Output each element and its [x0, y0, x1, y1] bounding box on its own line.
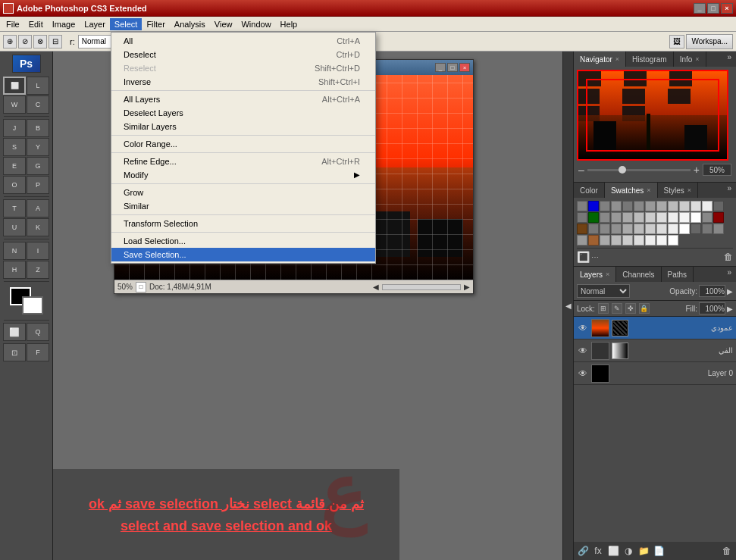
swatch[interactable]: [668, 201, 678, 211]
shape-tool[interactable]: U: [3, 218, 26, 236]
swatch[interactable]: [645, 235, 656, 246]
dodge-tool[interactable]: O: [3, 176, 26, 194]
layer-styles-button[interactable]: fx: [592, 545, 604, 557]
swatch[interactable]: [622, 201, 633, 211]
swatch[interactable]: [611, 235, 622, 246]
panel-options-button[interactable]: »: [722, 52, 736, 67]
eraser-tool[interactable]: E: [3, 157, 26, 175]
channels-tab[interactable]: Channels: [616, 267, 661, 282]
swatch-delete-button[interactable]: 🗑: [724, 252, 733, 262]
swatch[interactable]: [588, 212, 599, 223]
layers-tab[interactable]: Layers ×: [574, 267, 616, 282]
type-tool[interactable]: T: [3, 199, 26, 217]
opacity-arrow[interactable]: ▶: [727, 287, 733, 296]
swatch[interactable]: [702, 224, 713, 234]
swatch[interactable]: [656, 201, 667, 211]
history-brush-tool[interactable]: Y: [27, 138, 49, 156]
standard-mode[interactable]: Q: [27, 323, 49, 341]
hand-tool[interactable]: H: [3, 261, 26, 279]
menu-select[interactable]: Select: [110, 18, 143, 30]
delete-layer-button[interactable]: 🗑: [721, 545, 733, 557]
layer-group-button[interactable]: 📁: [637, 545, 650, 557]
info-tab[interactable]: Info ×: [674, 52, 706, 67]
quick-selection-tool[interactable]: W: [3, 95, 26, 114]
zoom-tool[interactable]: Z: [27, 261, 49, 279]
opacity-input[interactable]: [699, 285, 725, 297]
menu-image[interactable]: Image: [48, 18, 80, 30]
styles-tab[interactable]: Styles ×: [658, 183, 699, 198]
swatch[interactable]: [656, 212, 667, 223]
blend-mode-select[interactable]: Normal Multiply Screen: [577, 284, 630, 298]
close-button[interactable]: ×: [721, 3, 733, 14]
scroll-bar[interactable]: [382, 284, 461, 290]
menu-item-similar[interactable]: Similar: [111, 199, 375, 213]
swatch[interactable]: [679, 224, 690, 234]
swatch-new-button[interactable]: 🔳: [577, 251, 590, 263]
crop-tool[interactable]: C: [27, 95, 49, 114]
histogram-tab[interactable]: Histogram: [626, 52, 674, 67]
menu-item-deselect-layers[interactable]: Deselect Layers: [111, 106, 375, 120]
menu-item-all-layers[interactable]: All LayersAlt+Ctrl+A: [111, 92, 375, 106]
swatch[interactable]: [645, 212, 656, 223]
quick-mask-mode[interactable]: ⬜: [3, 323, 26, 341]
gradient-tool[interactable]: G: [27, 157, 49, 175]
3d-tool[interactable]: K: [27, 218, 49, 236]
swatch[interactable]: [713, 201, 724, 211]
swatch[interactable]: [588, 201, 599, 211]
swatch[interactable]: [588, 224, 599, 234]
swatch[interactable]: [702, 201, 713, 211]
layer-mask-button[interactable]: ⬜: [607, 545, 619, 557]
adjustment-layer-button[interactable]: ◑: [622, 545, 634, 557]
layer-item[interactable]: 👁 عمودي: [574, 317, 736, 339]
menu-item-similar-layers[interactable]: Similar Layers: [111, 120, 375, 133]
swatch[interactable]: [702, 212, 713, 223]
full-screen-mode[interactable]: F: [27, 343, 49, 361]
menu-item-deselect[interactable]: DeselectCtrl+D: [111, 48, 375, 61]
lock-paint-button[interactable]: ✎: [612, 303, 622, 314]
swatch[interactable]: [577, 201, 587, 211]
swatch[interactable]: [600, 235, 610, 246]
swatch[interactable]: [611, 212, 622, 223]
fill-input[interactable]: [699, 302, 725, 314]
swatch[interactable]: [622, 235, 633, 246]
link-layers-button[interactable]: 🔗: [577, 545, 589, 557]
swatch[interactable]: [634, 212, 644, 223]
swatch[interactable]: [645, 224, 656, 234]
color-tab[interactable]: Color: [574, 183, 605, 198]
swatch[interactable]: [577, 235, 587, 246]
menu-item-grow[interactable]: Grow: [111, 186, 375, 199]
swatch[interactable]: [668, 235, 678, 246]
path-selection-tool[interactable]: A: [27, 199, 49, 217]
menu-edit[interactable]: Edit: [24, 18, 48, 30]
swatch[interactable]: [713, 212, 724, 223]
swatch[interactable]: [600, 224, 610, 234]
layer-visibility-toggle[interactable]: 👁: [577, 322, 589, 334]
menu-item-transform-selection[interactable]: Transform Selection: [111, 217, 375, 230]
doc-close-button[interactable]: ×: [459, 63, 470, 72]
layer-visibility-toggle[interactable]: 👁: [577, 368, 589, 380]
swatch[interactable]: [611, 201, 622, 211]
menu-item-modify[interactable]: Modify▶: [111, 168, 375, 182]
clone-stamp-tool[interactable]: S: [3, 138, 26, 156]
swatch[interactable]: [622, 212, 633, 223]
menu-window[interactable]: Window: [236, 18, 275, 30]
doc-minimize-button[interactable]: _: [435, 63, 446, 72]
swatch[interactable]: [668, 212, 678, 223]
menu-help[interactable]: Help: [276, 18, 302, 30]
new-layer-button[interactable]: 📄: [653, 545, 665, 557]
menu-item-save-selection[interactable]: Save Selection...: [111, 248, 375, 261]
notes-tool[interactable]: N: [3, 242, 26, 260]
menu-item-all[interactable]: AllCtrl+A: [111, 34, 375, 48]
swatch-options-button[interactable]: ⋯: [591, 253, 599, 261]
swatch[interactable]: [691, 224, 701, 234]
eyedropper-tool[interactable]: I: [27, 242, 49, 260]
menu-filter[interactable]: Filter: [142, 18, 169, 30]
menu-file[interactable]: File: [2, 18, 24, 30]
swatch[interactable]: [600, 201, 610, 211]
swatch[interactable]: [577, 212, 587, 223]
scroll-right[interactable]: ▶: [464, 283, 470, 291]
doc-maximize-button[interactable]: □: [447, 63, 458, 72]
menu-item-inverse[interactable]: InverseShift+Ctrl+I: [111, 75, 375, 89]
swatch[interactable]: [634, 201, 644, 211]
swatch[interactable]: [668, 224, 678, 234]
